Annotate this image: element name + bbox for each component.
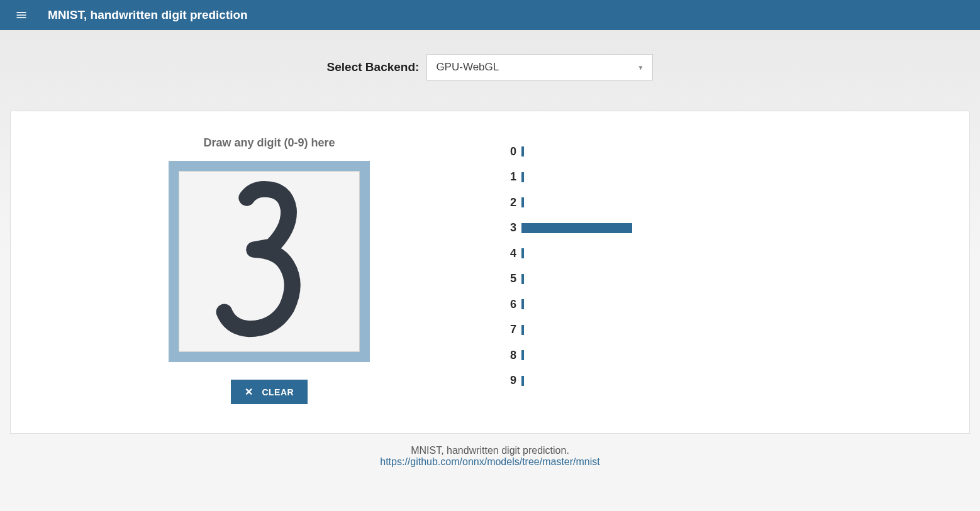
canvas-wrapper <box>169 161 370 362</box>
prediction-bar <box>521 325 524 335</box>
prediction-row-1: 1 <box>499 165 923 190</box>
prediction-row-2: 2 <box>499 190 923 216</box>
backend-label: Select Backend: <box>327 60 420 74</box>
clear-button[interactable]: ✕ CLEAR <box>231 380 308 404</box>
chevron-down-icon: ▼ <box>637 64 643 71</box>
main-card: Draw any digit (0-9) here ✕ CLEAR 012345… <box>10 111 970 434</box>
page-title: MNIST, handwritten digit prediction <box>48 8 248 22</box>
backend-selected-value: GPU-WebGL <box>436 61 499 74</box>
predictions-panel: 0123456789 <box>499 136 923 393</box>
prediction-bar <box>521 274 524 284</box>
prediction-label: 6 <box>499 298 516 311</box>
prediction-row-5: 5 <box>499 266 923 292</box>
prediction-label: 7 <box>499 323 516 336</box>
prediction-label: 9 <box>499 374 516 387</box>
prediction-row-7: 7 <box>499 317 923 343</box>
drawing-canvas[interactable] <box>179 171 360 352</box>
backend-row: Select Backend: GPU-WebGL ▼ <box>0 30 980 111</box>
prediction-label: 3 <box>499 221 516 234</box>
drawn-digit <box>179 172 359 351</box>
prediction-bar <box>521 299 524 309</box>
prediction-bar <box>521 172 524 182</box>
prediction-label: 1 <box>499 170 516 184</box>
prediction-row-8: 8 <box>499 343 923 368</box>
backend-select[interactable]: GPU-WebGL ▼ <box>426 54 653 80</box>
prediction-bar <box>521 376 524 386</box>
footer-text: MNIST, handwritten digit prediction. <box>0 445 980 456</box>
prediction-label: 4 <box>499 247 516 260</box>
draw-panel: Draw any digit (0-9) here ✕ CLEAR <box>57 136 481 404</box>
footer-link[interactable]: https://github.com/onnx/models/tree/mast… <box>380 456 599 467</box>
prediction-bar <box>521 197 524 207</box>
prediction-bar <box>521 350 524 360</box>
prediction-bar <box>521 223 632 233</box>
prediction-label: 8 <box>499 349 516 362</box>
prediction-label: 0 <box>499 145 516 158</box>
app-header: MNIST, handwritten digit prediction <box>0 0 980 30</box>
prediction-row-0: 0 <box>499 139 923 165</box>
clear-button-label: CLEAR <box>262 387 294 397</box>
prediction-bar <box>521 146 524 157</box>
prediction-row-6: 6 <box>499 292 923 317</box>
prediction-label: 2 <box>499 196 516 209</box>
prediction-label: 5 <box>499 272 516 285</box>
close-icon: ✕ <box>245 386 253 398</box>
menu-icon[interactable] <box>10 4 33 26</box>
prediction-row-3: 3 <box>499 216 923 241</box>
prediction-bar <box>521 248 524 258</box>
draw-instruction: Draw any digit (0-9) here <box>203 136 335 150</box>
footer: MNIST, handwritten digit prediction. htt… <box>0 434 980 474</box>
prediction-row-4: 4 <box>499 241 923 266</box>
prediction-row-9: 9 <box>499 368 923 394</box>
